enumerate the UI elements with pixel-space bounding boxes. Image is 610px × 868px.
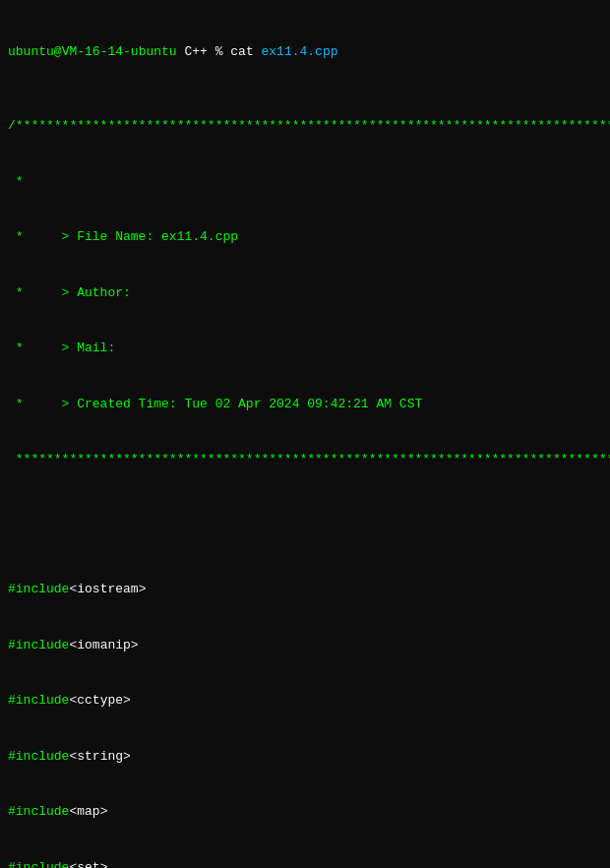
- include-iostream: #include<iostream>: [8, 581, 602, 599]
- prompt-symbol: %: [215, 43, 231, 62]
- comment-created: * > Created Time: Tue 02 Apr 2024 09:42:…: [8, 396, 602, 414]
- prompt-line-1: ubuntu@VM-16-14-ubuntu C++ % cat ex11.4.…: [8, 43, 602, 62]
- comment-star-1: *: [8, 173, 602, 192]
- prompt-file: ex11.4.cpp: [262, 43, 338, 62]
- comment-filename: * > File Name: ex11.4.cpp: [8, 228, 602, 247]
- comment-mail: * > Mail:: [8, 340, 602, 358]
- include-set: #include<set>: [8, 859, 602, 868]
- include-cctype: #include<cctype>: [8, 692, 602, 711]
- comment-author: * > Author:: [8, 284, 602, 303]
- prompt-host: VM-16-14-ubuntu: [62, 43, 177, 62]
- stars-bottom: ****************************************…: [8, 451, 602, 469]
- prompt-user: ubuntu: [8, 43, 54, 62]
- prompt-cmd: cat: [230, 43, 261, 62]
- blank-1: [8, 526, 602, 544]
- include-map: #include<map>: [8, 803, 602, 822]
- terminal-window: ubuntu@VM-16-14-ubuntu C++ % cat ex11.4.…: [0, 0, 610, 868]
- include-iomanip: #include<iomanip>: [8, 637, 602, 655]
- prompt-lang: C++: [177, 43, 215, 62]
- stars-top: /***************************************…: [8, 117, 602, 136]
- prompt-at: @: [54, 43, 62, 62]
- include-string: #include<string>: [8, 748, 602, 767]
